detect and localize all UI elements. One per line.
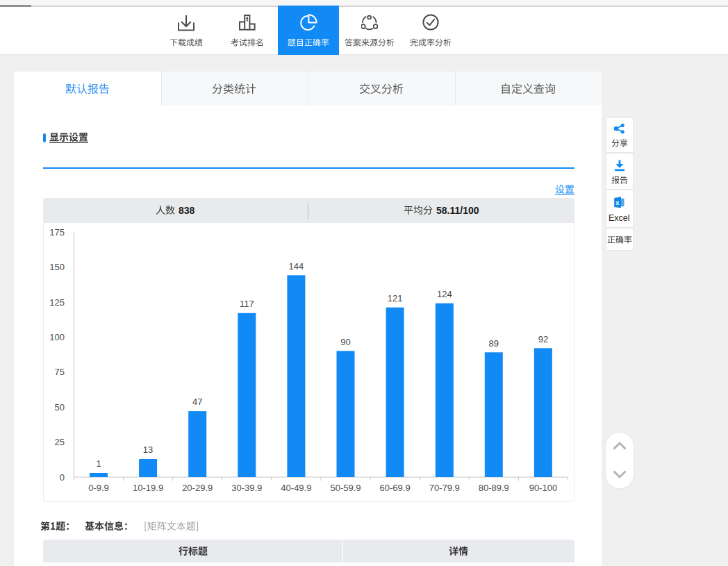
svg-text:13: 13 [143, 444, 153, 455]
svg-text:144: 144 [289, 261, 304, 272]
svg-text:50-59.9: 50-59.9 [330, 483, 361, 493]
svg-text:x: x [615, 199, 620, 206]
svg-text:838: 838 [179, 205, 195, 216]
svg-text:1: 1 [96, 458, 101, 469]
svg-text:0-9.9: 0-9.9 [88, 483, 109, 493]
svg-text:100: 100 [49, 332, 65, 342]
svg-text:175: 175 [49, 227, 65, 238]
svg-text:20-29.9: 20-29.9 [182, 483, 213, 493]
svg-text:117: 117 [240, 299, 254, 309]
svg-text:47: 47 [192, 397, 202, 407]
svg-text:Excel: Excel [609, 213, 630, 222]
svg-text:30-39.9: 30-39.9 [231, 483, 262, 493]
svg-text:150: 150 [49, 262, 65, 272]
svg-text:40-49.9: 40-49.9 [281, 483, 311, 493]
svg-text:121: 121 [388, 293, 403, 303]
svg-text:60-69.9: 60-69.9 [380, 483, 411, 493]
svg-text:75: 75 [55, 367, 65, 377]
svg-text:80-89.9: 80-89.9 [479, 483, 509, 493]
svg-text:89: 89 [489, 338, 499, 349]
svg-text:90: 90 [340, 337, 350, 347]
svg-text:124: 124 [437, 289, 452, 299]
svg-text:90-100: 90-100 [529, 483, 557, 493]
svg-text:70-79.9: 70-79.9 [429, 483, 460, 493]
svg-text:92: 92 [538, 334, 548, 344]
svg-text:58.11/100: 58.11/100 [436, 205, 479, 216]
svg-text:50: 50 [55, 402, 65, 413]
svg-text:10-19.9: 10-19.9 [133, 483, 163, 493]
svg-text:25: 25 [55, 437, 65, 447]
svg-text:125: 125 [49, 297, 65, 308]
svg-text:0: 0 [60, 472, 65, 483]
